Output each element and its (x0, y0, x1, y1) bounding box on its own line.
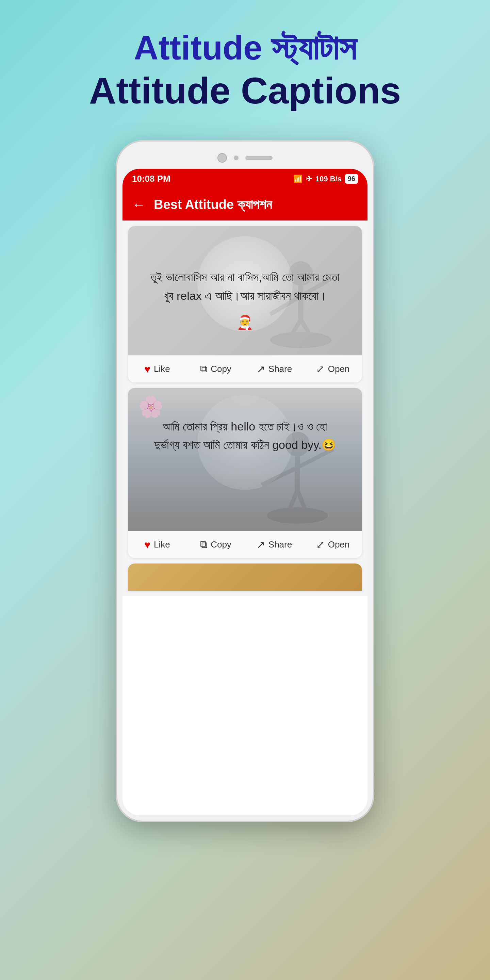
share-icon-2: ↗ (256, 539, 265, 550)
page-header: Attitude স্ট্যাটাস Attitude Captions (89, 0, 401, 113)
card-3-partial (128, 563, 362, 591)
phone-dots (234, 156, 239, 160)
card-2-copy-button[interactable]: ⧉ Copy (186, 531, 245, 558)
airplane-icon: ✈ (306, 175, 312, 183)
card-2-text: আমি তোমার প্রিয় hello হতে চাই।ও ও হো দু… (138, 400, 352, 461)
battery-indicator: 96 (345, 174, 358, 184)
card-2-like-button[interactable]: ♥ Like (128, 531, 186, 558)
like-icon-2: ♥ (144, 539, 150, 550)
svg-line-10 (262, 468, 298, 485)
like-icon: ♥ (144, 363, 150, 375)
status-bar: 10:08 PM 📶 ✈ 109 B/s 96 (123, 169, 368, 189)
card-1-emoji: 🧑‍🎄 (138, 312, 352, 336)
card-1-share-button[interactable]: ↗ Share (245, 356, 304, 382)
card-2-open-button[interactable]: ⤢ Open (304, 531, 362, 558)
open-icon: ⤢ (316, 363, 325, 375)
app-header: ← Best Attitude ক্যাপশন (123, 189, 368, 221)
page-title-line2: Attitude Captions (89, 68, 401, 113)
card-1-text: তুই ভালোবাসিস আর না বাসিস,আমি তো আমার মে… (138, 254, 352, 312)
phone-top-bar (123, 147, 368, 169)
status-right: 📶 ✈ 109 B/s 96 (293, 174, 358, 184)
back-button[interactable]: ← (132, 197, 146, 212)
card-2-image: 🌸 আমি তোমার প্রিয় hello হতে চাই।ও ও হো … (128, 388, 362, 531)
phone-camera (218, 153, 227, 163)
card-1-copy-button[interactable]: ⧉ Copy (186, 356, 245, 382)
card-1-text-area: তুই ভালোবাসিস আর না বাসিস,আমি তো আমার মে… (128, 242, 362, 339)
card-2-share-button[interactable]: ↗ Share (245, 531, 304, 558)
wifi-icon: 📶 (293, 175, 302, 183)
card-1-actions: ♥ Like ⧉ Copy ↗ Share ⤢ (128, 355, 362, 382)
phone-dot (234, 156, 239, 160)
status-time: 10:08 PM (132, 173, 170, 184)
copy-label: Copy (211, 364, 231, 374)
share-label: Share (269, 364, 292, 374)
like-label-2: Like (154, 539, 170, 550)
copy-label-2: Copy (211, 539, 231, 550)
open-label-2: Open (328, 539, 350, 550)
page-title-line1: Attitude স্ট্যাটাস (89, 27, 401, 68)
network-speed: 109 B/s (315, 175, 342, 183)
like-label: Like (154, 364, 170, 374)
phone-mockup: 10:08 PM 📶 ✈ 109 B/s 96 ← Best Attitude … (116, 140, 374, 822)
open-icon-2: ⤢ (316, 539, 325, 550)
share-label-2: Share (269, 539, 292, 550)
card-2: 🌸 আমি তোমার প্রিয় hello হতে চাই।ও ও হো … (128, 388, 362, 558)
card-1-image: তুই ভালোবাসিস আর না বাসিস,আমি তো আমার মে… (128, 226, 362, 355)
card-1-like-button[interactable]: ♥ Like (128, 356, 186, 382)
card-2-text-area: আমি তোমার প্রিয় hello হতে চাই।ও ও হো দু… (128, 388, 362, 465)
open-label: Open (328, 364, 350, 374)
card-1-open-button[interactable]: ⤢ Open (304, 356, 362, 382)
svg-point-7 (267, 508, 328, 524)
phone-screen: 10:08 PM 📶 ✈ 109 B/s 96 ← Best Attitude … (123, 169, 368, 815)
app-header-title: Best Attitude ক্যাপশন (154, 197, 272, 212)
share-icon: ↗ (256, 363, 265, 375)
phone-speaker (245, 156, 272, 160)
card-2-actions: ♥ Like ⧉ Copy ↗ Share ⤢ (128, 531, 362, 558)
copy-icon: ⧉ (200, 363, 207, 375)
phone-frame: 10:08 PM 📶 ✈ 109 B/s 96 ← Best Attitude … (116, 140, 374, 822)
content-area: তুই ভালোবাসিস আর না বাসিস,আমি তো আমার মে… (123, 221, 368, 596)
copy-icon-2: ⧉ (200, 539, 207, 550)
card-1: তুই ভালোবাসিস আর না বাসিস,আমি তো আমার মে… (128, 226, 362, 382)
